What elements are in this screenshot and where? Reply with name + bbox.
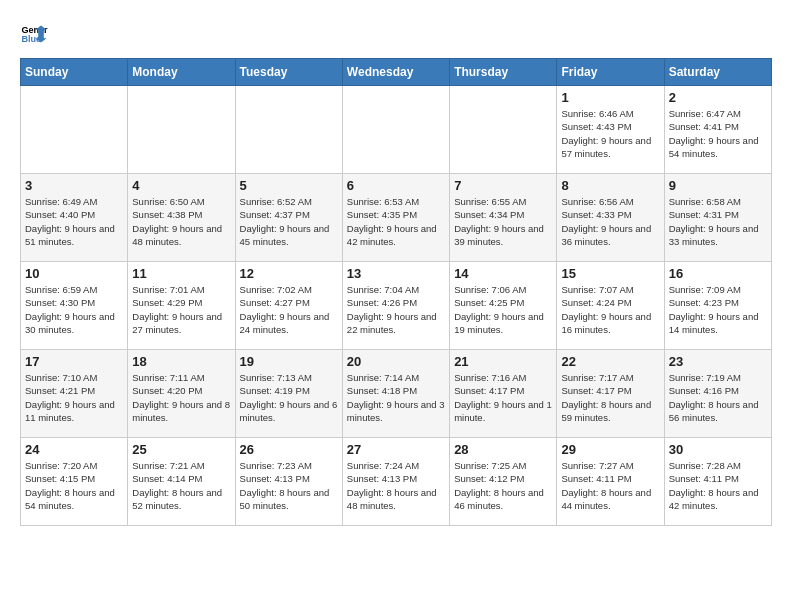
day-number: 3: [25, 178, 123, 193]
day-info: Sunrise: 6:56 AM Sunset: 4:33 PM Dayligh…: [561, 195, 659, 248]
calendar-week-row: 3Sunrise: 6:49 AM Sunset: 4:40 PM Daylig…: [21, 174, 772, 262]
calendar-cell: [21, 86, 128, 174]
calendar-cell: 12Sunrise: 7:02 AM Sunset: 4:27 PM Dayli…: [235, 262, 342, 350]
calendar-cell: [450, 86, 557, 174]
calendar-cell: 4Sunrise: 6:50 AM Sunset: 4:38 PM Daylig…: [128, 174, 235, 262]
day-number: 29: [561, 442, 659, 457]
day-number: 6: [347, 178, 445, 193]
day-of-week-header: Thursday: [450, 59, 557, 86]
day-number: 26: [240, 442, 338, 457]
day-number: 19: [240, 354, 338, 369]
day-number: 4: [132, 178, 230, 193]
day-info: Sunrise: 7:27 AM Sunset: 4:11 PM Dayligh…: [561, 459, 659, 512]
calendar-cell: 6Sunrise: 6:53 AM Sunset: 4:35 PM Daylig…: [342, 174, 449, 262]
day-info: Sunrise: 6:50 AM Sunset: 4:38 PM Dayligh…: [132, 195, 230, 248]
day-number: 13: [347, 266, 445, 281]
day-number: 17: [25, 354, 123, 369]
calendar-cell: 17Sunrise: 7:10 AM Sunset: 4:21 PM Dayli…: [21, 350, 128, 438]
calendar-cell: 13Sunrise: 7:04 AM Sunset: 4:26 PM Dayli…: [342, 262, 449, 350]
day-number: 21: [454, 354, 552, 369]
day-info: Sunrise: 6:46 AM Sunset: 4:43 PM Dayligh…: [561, 107, 659, 160]
day-number: 11: [132, 266, 230, 281]
day-number: 24: [25, 442, 123, 457]
day-info: Sunrise: 7:09 AM Sunset: 4:23 PM Dayligh…: [669, 283, 767, 336]
day-number: 20: [347, 354, 445, 369]
day-info: Sunrise: 7:04 AM Sunset: 4:26 PM Dayligh…: [347, 283, 445, 336]
day-of-week-header: Sunday: [21, 59, 128, 86]
day-info: Sunrise: 7:21 AM Sunset: 4:14 PM Dayligh…: [132, 459, 230, 512]
calendar-cell: 25Sunrise: 7:21 AM Sunset: 4:14 PM Dayli…: [128, 438, 235, 526]
calendar-cell: 19Sunrise: 7:13 AM Sunset: 4:19 PM Dayli…: [235, 350, 342, 438]
day-number: 5: [240, 178, 338, 193]
calendar-cell: 27Sunrise: 7:24 AM Sunset: 4:13 PM Dayli…: [342, 438, 449, 526]
calendar-cell: [235, 86, 342, 174]
calendar-cell: 11Sunrise: 7:01 AM Sunset: 4:29 PM Dayli…: [128, 262, 235, 350]
day-number: 22: [561, 354, 659, 369]
day-info: Sunrise: 6:53 AM Sunset: 4:35 PM Dayligh…: [347, 195, 445, 248]
day-info: Sunrise: 6:58 AM Sunset: 4:31 PM Dayligh…: [669, 195, 767, 248]
logo-icon: General Blue: [20, 20, 48, 48]
day-number: 23: [669, 354, 767, 369]
calendar-week-row: 1Sunrise: 6:46 AM Sunset: 4:43 PM Daylig…: [21, 86, 772, 174]
day-number: 8: [561, 178, 659, 193]
calendar-cell: 21Sunrise: 7:16 AM Sunset: 4:17 PM Dayli…: [450, 350, 557, 438]
logo: General Blue: [20, 20, 48, 48]
day-info: Sunrise: 6:55 AM Sunset: 4:34 PM Dayligh…: [454, 195, 552, 248]
calendar-table: SundayMondayTuesdayWednesdayThursdayFrid…: [20, 58, 772, 526]
day-info: Sunrise: 7:01 AM Sunset: 4:29 PM Dayligh…: [132, 283, 230, 336]
day-of-week-header: Wednesday: [342, 59, 449, 86]
day-number: 27: [347, 442, 445, 457]
day-number: 2: [669, 90, 767, 105]
day-number: 15: [561, 266, 659, 281]
day-number: 16: [669, 266, 767, 281]
day-info: Sunrise: 7:19 AM Sunset: 4:16 PM Dayligh…: [669, 371, 767, 424]
day-info: Sunrise: 7:23 AM Sunset: 4:13 PM Dayligh…: [240, 459, 338, 512]
calendar-cell: 10Sunrise: 6:59 AM Sunset: 4:30 PM Dayli…: [21, 262, 128, 350]
calendar-cell: 9Sunrise: 6:58 AM Sunset: 4:31 PM Daylig…: [664, 174, 771, 262]
day-info: Sunrise: 7:24 AM Sunset: 4:13 PM Dayligh…: [347, 459, 445, 512]
calendar-cell: 1Sunrise: 6:46 AM Sunset: 4:43 PM Daylig…: [557, 86, 664, 174]
day-number: 9: [669, 178, 767, 193]
calendar-cell: 18Sunrise: 7:11 AM Sunset: 4:20 PM Dayli…: [128, 350, 235, 438]
day-number: 30: [669, 442, 767, 457]
day-of-week-header: Friday: [557, 59, 664, 86]
calendar-cell: 29Sunrise: 7:27 AM Sunset: 4:11 PM Dayli…: [557, 438, 664, 526]
day-info: Sunrise: 7:10 AM Sunset: 4:21 PM Dayligh…: [25, 371, 123, 424]
calendar-cell: 22Sunrise: 7:17 AM Sunset: 4:17 PM Dayli…: [557, 350, 664, 438]
calendar-cell: 23Sunrise: 7:19 AM Sunset: 4:16 PM Dayli…: [664, 350, 771, 438]
calendar-cell: [128, 86, 235, 174]
day-number: 1: [561, 90, 659, 105]
day-info: Sunrise: 7:25 AM Sunset: 4:12 PM Dayligh…: [454, 459, 552, 512]
day-info: Sunrise: 7:17 AM Sunset: 4:17 PM Dayligh…: [561, 371, 659, 424]
day-info: Sunrise: 7:07 AM Sunset: 4:24 PM Dayligh…: [561, 283, 659, 336]
day-info: Sunrise: 6:59 AM Sunset: 4:30 PM Dayligh…: [25, 283, 123, 336]
day-of-week-header: Tuesday: [235, 59, 342, 86]
calendar-cell: [342, 86, 449, 174]
day-info: Sunrise: 6:47 AM Sunset: 4:41 PM Dayligh…: [669, 107, 767, 160]
day-info: Sunrise: 7:02 AM Sunset: 4:27 PM Dayligh…: [240, 283, 338, 336]
calendar-cell: 2Sunrise: 6:47 AM Sunset: 4:41 PM Daylig…: [664, 86, 771, 174]
calendar-week-row: 24Sunrise: 7:20 AM Sunset: 4:15 PM Dayli…: [21, 438, 772, 526]
day-info: Sunrise: 6:52 AM Sunset: 4:37 PM Dayligh…: [240, 195, 338, 248]
day-of-week-header: Saturday: [664, 59, 771, 86]
day-number: 12: [240, 266, 338, 281]
calendar-cell: 15Sunrise: 7:07 AM Sunset: 4:24 PM Dayli…: [557, 262, 664, 350]
day-number: 18: [132, 354, 230, 369]
day-info: Sunrise: 7:06 AM Sunset: 4:25 PM Dayligh…: [454, 283, 552, 336]
calendar-cell: 20Sunrise: 7:14 AM Sunset: 4:18 PM Dayli…: [342, 350, 449, 438]
day-info: Sunrise: 7:13 AM Sunset: 4:19 PM Dayligh…: [240, 371, 338, 424]
calendar-cell: 8Sunrise: 6:56 AM Sunset: 4:33 PM Daylig…: [557, 174, 664, 262]
page-header: General Blue: [20, 20, 772, 48]
day-number: 10: [25, 266, 123, 281]
calendar-cell: 7Sunrise: 6:55 AM Sunset: 4:34 PM Daylig…: [450, 174, 557, 262]
calendar-cell: 24Sunrise: 7:20 AM Sunset: 4:15 PM Dayli…: [21, 438, 128, 526]
day-number: 28: [454, 442, 552, 457]
day-info: Sunrise: 7:16 AM Sunset: 4:17 PM Dayligh…: [454, 371, 552, 424]
calendar-cell: 14Sunrise: 7:06 AM Sunset: 4:25 PM Dayli…: [450, 262, 557, 350]
calendar-header-row: SundayMondayTuesdayWednesdayThursdayFrid…: [21, 59, 772, 86]
calendar-cell: 16Sunrise: 7:09 AM Sunset: 4:23 PM Dayli…: [664, 262, 771, 350]
day-info: Sunrise: 7:11 AM Sunset: 4:20 PM Dayligh…: [132, 371, 230, 424]
day-info: Sunrise: 7:14 AM Sunset: 4:18 PM Dayligh…: [347, 371, 445, 424]
calendar-cell: 26Sunrise: 7:23 AM Sunset: 4:13 PM Dayli…: [235, 438, 342, 526]
calendar-cell: 5Sunrise: 6:52 AM Sunset: 4:37 PM Daylig…: [235, 174, 342, 262]
